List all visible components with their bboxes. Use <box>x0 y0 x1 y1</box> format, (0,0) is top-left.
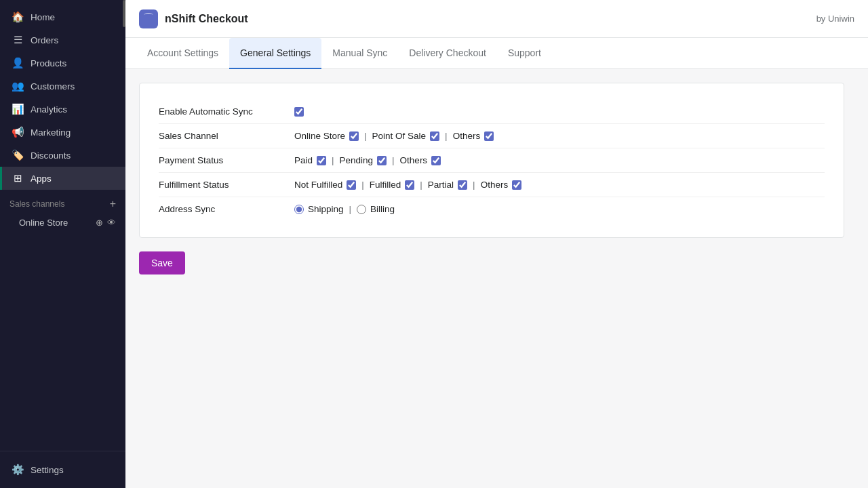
discounts-icon: 🏷️ <box>12 149 24 161</box>
enable-automatic-sync-checkbox[interactable] <box>294 107 304 117</box>
sales-channel-pos-checkbox[interactable] <box>430 131 439 141</box>
main-content: ⌒ nShift Checkout by Uniwin Account Sett… <box>125 0 868 488</box>
sales-channel-online-store-checkbox[interactable] <box>349 131 359 141</box>
sidebar-item-marketing-label: Marketing <box>31 127 71 138</box>
sidebar-item-settings[interactable]: ⚙️ Settings <box>0 458 125 481</box>
sidebar-item-orders-label: Orders <box>31 35 58 45</box>
sidebar-item-apps-label: Apps <box>31 174 52 184</box>
fulfillment-others-checkbox[interactable] <box>512 180 521 190</box>
marketing-icon: 📢 <box>12 126 24 138</box>
fulfillment-status-row: Fulfillment Status Not Fulfilled | Fulfi… <box>159 173 825 197</box>
topbar-by: by Uniwin <box>816 14 854 24</box>
fulfillment-sep1: | <box>361 180 364 190</box>
sidebar-nav: 🏠 Home ☰ Orders 👤 Products 👥 Customers 📊… <box>0 0 125 451</box>
add-sales-channel-button[interactable]: + <box>110 198 116 210</box>
enable-automatic-sync-label: Enable Automatic Sync <box>159 106 294 117</box>
payment-status-pending-label: Pending <box>340 155 374 165</box>
online-store-icons: ⊕ 👁 <box>96 218 116 228</box>
payment-status-value: Paid | Pending | Others <box>294 155 441 165</box>
address-sync-label: Address Sync <box>159 204 294 214</box>
sidebar-item-home-label: Home <box>31 12 55 22</box>
orders-icon: ☰ <box>12 34 24 46</box>
payment-status-others-checkbox[interactable] <box>431 156 441 165</box>
fulfillment-partial-label: Partial <box>428 180 454 190</box>
fulfillment-sep2: | <box>420 180 422 190</box>
sales-channel-row: Sales Channel Online Store | Point Of Sa… <box>159 124 825 148</box>
payment-status-paid-checkbox[interactable] <box>317 156 326 165</box>
payment-status-pending-checkbox[interactable] <box>377 156 387 165</box>
tab-support[interactable]: Support <box>497 38 552 69</box>
app-logo: ⌒ <box>139 9 158 28</box>
address-sync-value: Shipping | Billing <box>294 204 395 214</box>
payment-status-sep2: | <box>392 155 395 165</box>
sidebar-item-analytics-label: Analytics <box>31 104 67 115</box>
sidebar-bottom: ⚙️ Settings <box>0 451 125 488</box>
sidebar-item-analytics[interactable]: 📊 Analytics <box>0 98 125 121</box>
sales-channel-others-checkbox[interactable] <box>484 131 494 141</box>
save-button[interactable]: Save <box>139 251 185 274</box>
sales-channel-label: Sales Channel <box>159 131 294 141</box>
address-sync-shipping-label: Shipping <box>308 204 344 214</box>
tab-account-settings[interactable]: Account Settings <box>136 38 229 69</box>
fulfillment-status-value: Not Fulfilled | Fulfilled | Partial | Ot… <box>294 180 521 190</box>
sidebar-item-settings-label: Settings <box>31 465 64 475</box>
online-store-eye-icon[interactable]: 👁 <box>107 218 116 228</box>
tab-general-settings[interactable]: General Settings <box>229 38 321 69</box>
customers-icon: 👥 <box>12 80 24 92</box>
sidebar-item-discounts-label: Discounts <box>31 150 71 161</box>
fulfillment-not-fulfilled-label: Not Fulfilled <box>294 180 342 190</box>
scroll-indicator <box>123 0 125 27</box>
tabs-bar: Account Settings General Settings Manual… <box>125 38 868 69</box>
tab-delivery-checkout[interactable]: Delivery Checkout <box>398 38 497 69</box>
sales-channel-sep1: | <box>364 131 367 141</box>
sales-channel-value: Online Store | Point Of Sale | Others <box>294 131 494 141</box>
sales-channel-online-store-label: Online Store <box>294 131 345 141</box>
sidebar-item-products-label: Products <box>31 58 66 68</box>
tab-manual-sync[interactable]: Manual Sync <box>321 38 398 69</box>
enable-automatic-sync-row: Enable Automatic Sync <box>159 100 825 124</box>
sidebar-item-apps[interactable]: ⊞ Apps <box>0 167 125 190</box>
sidebar-item-customers[interactable]: 👥 Customers <box>0 75 125 98</box>
fulfillment-partial-checkbox[interactable] <box>458 180 467 190</box>
analytics-icon: 📊 <box>12 103 24 115</box>
sidebar-item-online-store[interactable]: Online Store ⊕ 👁 <box>0 213 125 232</box>
payment-status-sep1: | <box>332 155 334 165</box>
sales-channel-others-label: Others <box>453 131 481 141</box>
payment-status-others-label: Others <box>400 155 428 165</box>
fulfillment-fulfilled-label: Fulfilled <box>370 180 401 190</box>
payment-status-label: Payment Status <box>159 155 294 165</box>
fulfillment-status-label: Fulfillment Status <box>159 180 294 190</box>
address-sync-row: Address Sync Shipping | Billing <box>159 197 825 221</box>
app-title: nShift Checkout <box>165 13 248 25</box>
fulfillment-not-fulfilled-checkbox[interactable] <box>347 180 356 190</box>
sidebar-item-orders[interactable]: ☰ Orders <box>0 28 125 52</box>
address-sync-billing-label: Billing <box>370 204 395 214</box>
topbar-left: ⌒ nShift Checkout <box>139 9 248 28</box>
settings-card: Enable Automatic Sync Sales Channel Onli… <box>139 83 844 238</box>
sales-channels-section: Sales channels + <box>0 190 125 213</box>
address-sync-shipping-radio[interactable] <box>294 205 304 214</box>
settings-icon: ⚙️ <box>12 464 24 476</box>
apps-icon: ⊞ <box>12 172 24 184</box>
fulfillment-others-label: Others <box>481 180 509 190</box>
sidebar: 🏠 Home ☰ Orders 👤 Products 👥 Customers 📊… <box>0 0 125 488</box>
sidebar-item-customers-label: Customers <box>31 81 75 92</box>
app-logo-icon: ⌒ <box>143 12 154 26</box>
page-content: Enable Automatic Sync Sales Channel Onli… <box>125 69 868 488</box>
address-sync-sep: | <box>349 204 352 214</box>
sales-channels-label: Sales channels <box>9 199 64 209</box>
sidebar-item-discounts[interactable]: 🏷️ Discounts <box>0 144 125 167</box>
online-store-settings-icon[interactable]: ⊕ <box>96 218 103 228</box>
sidebar-item-products[interactable]: 👤 Products <box>0 52 125 75</box>
sales-channel-pos-label: Point Of Sale <box>372 131 427 141</box>
topbar: ⌒ nShift Checkout by Uniwin <box>125 0 868 38</box>
payment-status-row: Payment Status Paid | Pending | Others <box>159 148 825 173</box>
sidebar-item-marketing[interactable]: 📢 Marketing <box>0 121 125 144</box>
fulfillment-fulfilled-checkbox[interactable] <box>405 180 414 190</box>
payment-status-paid-label: Paid <box>294 155 313 165</box>
address-sync-billing-radio[interactable] <box>357 205 366 214</box>
home-icon: 🏠 <box>12 11 24 23</box>
products-icon: 👤 <box>12 57 24 69</box>
sidebar-item-home[interactable]: 🏠 Home <box>0 5 125 28</box>
fulfillment-sep3: | <box>473 180 475 190</box>
